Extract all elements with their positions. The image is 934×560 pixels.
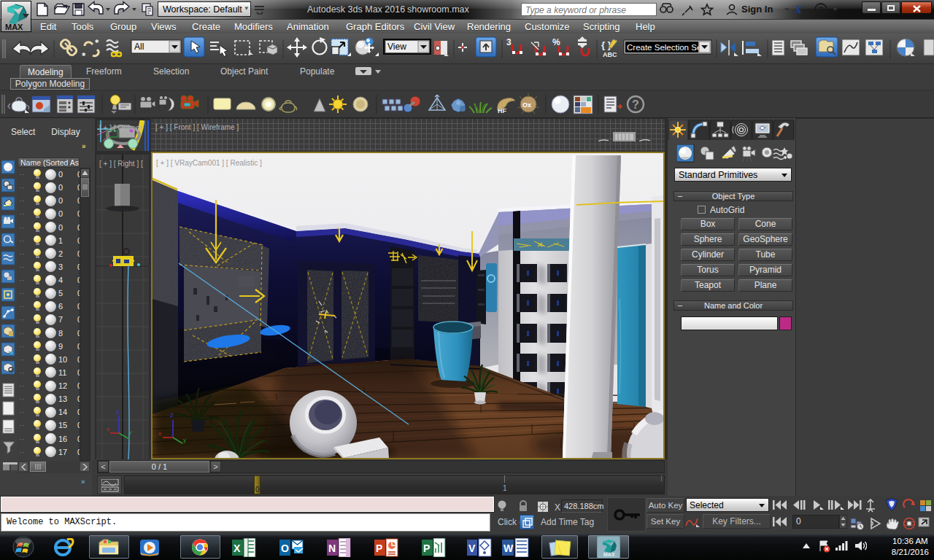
svg-text:Create Selection Se: Create Selection Se bbox=[627, 43, 701, 52]
svg-text:Ox: Ox bbox=[522, 101, 531, 109]
svg-text:Y: Y bbox=[128, 429, 133, 436]
svg-text:?: ? bbox=[632, 98, 639, 111]
svg-text:✱: ✱ bbox=[82, 52, 86, 57]
svg-text:N: N bbox=[328, 542, 336, 554]
svg-text:HF: HF bbox=[498, 107, 506, 114]
svg-text:Sign In: Sign In bbox=[741, 4, 773, 15]
svg-text:x: x bbox=[158, 430, 161, 437]
svg-text:View: View bbox=[387, 42, 406, 52]
svg-text:x: x bbox=[107, 426, 109, 432]
svg-text:P: P bbox=[423, 542, 430, 554]
svg-text:y: y bbox=[183, 437, 186, 443]
svg-text:ABC: ABC bbox=[603, 51, 617, 58]
svg-text:X: X bbox=[794, 4, 803, 15]
svg-text:O: O bbox=[281, 542, 289, 554]
svg-text:All: All bbox=[134, 42, 144, 52]
svg-text:V: V bbox=[468, 542, 476, 554]
svg-text:?: ? bbox=[819, 5, 824, 14]
svg-text:Z: Z bbox=[116, 409, 120, 416]
svg-text:W: W bbox=[503, 542, 514, 554]
svg-text:3: 3 bbox=[506, 37, 512, 47]
svg-text:Z: Z bbox=[170, 412, 174, 419]
svg-text:P: P bbox=[376, 542, 382, 554]
svg-text:X: X bbox=[234, 542, 241, 554]
svg-text:✱: ✱ bbox=[95, 39, 99, 44]
svg-text:%: % bbox=[552, 37, 560, 47]
svg-text:MAX: MAX bbox=[603, 552, 615, 557]
